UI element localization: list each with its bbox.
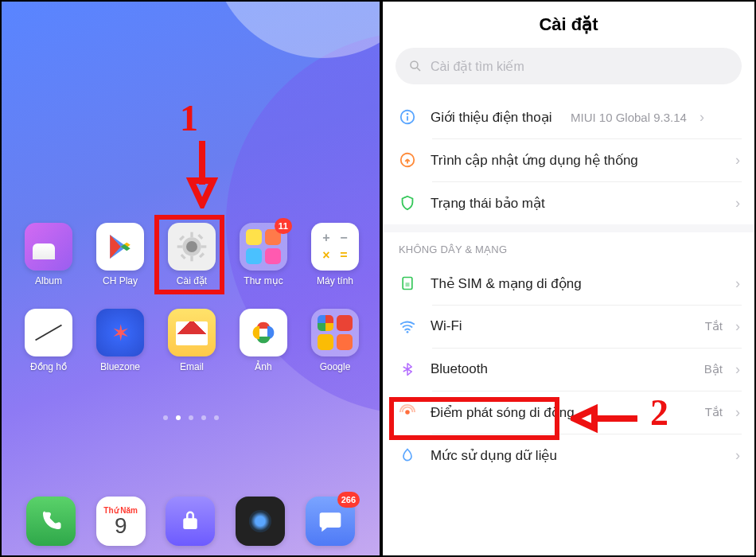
app-email[interactable]: Email — [161, 309, 223, 372]
app-label: Bluezone — [100, 361, 140, 372]
email-icon — [168, 309, 216, 356]
app-label: Đồng hồ — [30, 361, 67, 372]
svg-point-21 — [405, 410, 410, 415]
gear-icon — [168, 223, 216, 271]
dock: Thứ Năm 9 266 — [2, 497, 380, 546]
chevron-right-icon: › — [735, 195, 740, 212]
section-header-wireless: KHÔNG DÂY & MẠNG — [383, 232, 754, 262]
app-clock[interactable]: Đồng hồ — [18, 309, 80, 372]
chevron-right-icon: › — [699, 109, 704, 126]
svg-rect-5 — [201, 245, 207, 247]
svg-point-12 — [411, 61, 418, 68]
row-data-usage[interactable]: Mức sử dụng dữ liệu › — [383, 434, 754, 477]
row-label: Giới thiệu điện thoại — [431, 109, 558, 126]
row-sim[interactable]: Thẻ SIM & mạng di động › — [383, 262, 754, 305]
row-system-updater[interactable]: Trình cập nhật ứng dụng hệ thống › — [383, 138, 754, 181]
app-label: Cài đặt — [177, 275, 207, 286]
svg-rect-7 — [199, 252, 205, 258]
app-grid: Album CH Play Cài đặt 11 Thư mục — [2, 223, 380, 372]
folder-icon — [311, 309, 359, 356]
svg-rect-8 — [197, 234, 203, 240]
row-value: Tắt — [705, 319, 723, 333]
wifi-icon — [397, 317, 418, 335]
settings-screen: Cài đặt Cài đặt tìm kiếm Giới thiệu điện… — [383, 2, 754, 555]
app-calculator[interactable]: +− ×= Máy tính — [304, 223, 366, 286]
chevron-right-icon: › — [735, 361, 740, 378]
app-label: Thư mục — [244, 275, 283, 286]
app-settings[interactable]: Cài đặt — [161, 223, 223, 286]
lock-icon — [166, 497, 215, 546]
row-hotspot[interactable]: Điểm phát sóng di động Tắt › — [383, 391, 754, 434]
svg-rect-3 — [190, 256, 193, 262]
row-value: MIUI 10 Global 9.3.14 — [571, 111, 687, 124]
app-photos[interactable]: Ảnh — [232, 309, 294, 372]
row-label: Thẻ SIM & mạng di động — [431, 275, 723, 292]
shield-icon — [397, 194, 418, 212]
row-security-status[interactable]: Trạng thái bảo mật › — [383, 181, 754, 224]
clock-icon — [25, 309, 72, 356]
dock-camera[interactable] — [229, 497, 291, 546]
row-label: Mức sử dụng dữ liệu — [431, 447, 723, 464]
dock-calendar[interactable]: Thứ Năm 9 — [90, 497, 152, 546]
row-label: Wi-Fi — [431, 318, 692, 334]
row-bluetooth[interactable]: Bluetooth Bật › — [383, 348, 754, 391]
home-screen: Album CH Play Cài đặt 11 Thư mục — [2, 2, 380, 555]
camera-icon — [236, 497, 285, 546]
row-wifi[interactable]: Wi-Fi Tắt › — [383, 305, 754, 348]
badge: 11 — [275, 218, 292, 234]
sim-icon — [397, 275, 418, 292]
svg-rect-4 — [177, 245, 183, 247]
row-value: Tắt — [705, 405, 723, 419]
row-label: Trình cập nhật ứng dụng hệ thống — [431, 152, 723, 169]
dock-phone[interactable] — [20, 497, 82, 546]
chevron-right-icon: › — [735, 404, 740, 421]
bluetooth-icon — [397, 360, 418, 378]
page-title: Cài đặt — [383, 2, 754, 45]
phone-icon — [26, 497, 76, 546]
messages-icon: 266 — [306, 497, 355, 546]
annotation-arrow-down-icon — [186, 137, 218, 208]
info-icon — [397, 108, 418, 126]
photos-icon — [240, 309, 287, 356]
app-label: CH Play — [103, 275, 138, 286]
row-label: Bluetooth — [431, 361, 692, 377]
svg-marker-11 — [191, 181, 213, 204]
row-about-phone[interactable]: Giới thiệu điện thoại MIUI 10 Global 9.3… — [383, 95, 754, 138]
svg-point-1 — [186, 241, 197, 252]
row-label: Điểm phát sóng di động — [431, 404, 692, 421]
calendar-day: 9 — [115, 515, 127, 537]
folder-icon: 11 — [240, 223, 287, 271]
chevron-right-icon: › — [735, 318, 740, 335]
calculator-icon: +− ×= — [311, 223, 359, 271]
page-indicator[interactable] — [2, 415, 380, 420]
app-label: Google — [320, 361, 351, 372]
app-google-folder[interactable]: Google — [304, 309, 366, 372]
svg-point-15 — [407, 113, 409, 115]
annotation-step-1-number: 1 — [180, 97, 198, 139]
app-album[interactable]: Album — [18, 223, 80, 286]
dock-messages[interactable]: 266 — [299, 497, 361, 546]
badge: 266 — [337, 492, 360, 508]
app-label: Ảnh — [255, 361, 271, 372]
search-placeholder: Cài đặt tìm kiếm — [431, 59, 524, 74]
chevron-right-icon: › — [735, 152, 740, 169]
search-icon — [408, 59, 423, 73]
bluezone-icon — [96, 309, 144, 356]
hotspot-icon — [397, 403, 418, 421]
app-label: Máy tính — [317, 275, 353, 286]
dock-security[interactable] — [159, 497, 221, 546]
svg-line-13 — [417, 68, 420, 71]
row-label: Trạng thái bảo mật — [431, 195, 723, 212]
chevron-right-icon: › — [735, 275, 740, 292]
chevron-right-icon: › — [735, 447, 740, 464]
svg-rect-6 — [179, 236, 185, 241]
app-label: Email — [180, 361, 204, 372]
search-input[interactable]: Cài đặt tìm kiếm — [396, 48, 742, 84]
svg-rect-19 — [406, 282, 410, 286]
svg-rect-16 — [407, 116, 408, 121]
app-ch-play[interactable]: CH Play — [89, 223, 151, 286]
update-icon — [397, 151, 418, 169]
app-bluezone[interactable]: Bluezone — [89, 309, 151, 372]
play-store-icon — [96, 223, 144, 271]
app-folder[interactable]: 11 Thư mục — [232, 223, 294, 286]
